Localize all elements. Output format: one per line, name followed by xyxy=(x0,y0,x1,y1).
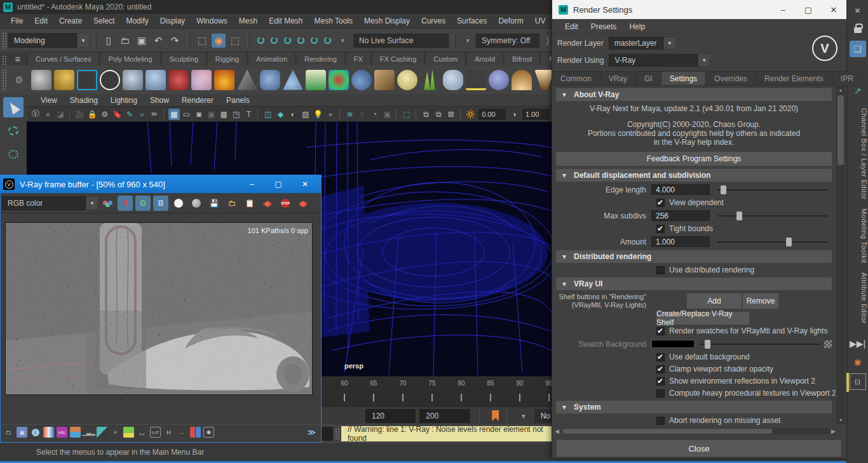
max-subdivs-field[interactable]: 256 xyxy=(651,210,710,221)
playback-end-field[interactable]: 200 xyxy=(419,409,470,423)
vp-isolate-icon[interactable]: ⬚ xyxy=(401,109,412,120)
shelf-tab-fx-caching[interactable]: FX Caching xyxy=(372,52,424,65)
fb-lut-icon[interactable]: LUT xyxy=(150,427,161,438)
edge-length-field[interactable]: 4.000 xyxy=(651,184,710,195)
vp-gamma-field[interactable]: 1.00 xyxy=(522,109,550,120)
vertical-scroll-thumb[interactable] xyxy=(837,95,844,165)
vp-checker-icon[interactable]: ▨ xyxy=(300,109,311,120)
menu-deform[interactable]: Deform xyxy=(492,14,529,28)
shelf-shaded-spheres-icon[interactable] xyxy=(191,70,212,90)
script-editor-icon[interactable]: {;} xyxy=(850,373,866,390)
tab-ipr[interactable]: IPR xyxy=(832,72,862,85)
clamp-opacity-checkbox[interactable] xyxy=(656,365,665,373)
rs-menu-edit[interactable]: Edit xyxy=(559,22,585,31)
tab-common[interactable]: Common xyxy=(552,72,600,85)
copy-clipboard-icon[interactable]: 📋 xyxy=(242,196,257,211)
shelf-tab-animation[interactable]: Animation xyxy=(248,52,295,65)
blue-channel-icon[interactable]: B xyxy=(153,196,168,211)
fb-compare-images-icon[interactable]: ▣ xyxy=(17,427,27,438)
fb-gradient-icon[interactable] xyxy=(43,427,54,438)
play-to-end-icon[interactable]: ▶▶| xyxy=(850,335,866,352)
vp-clip-icon[interactable]: ▣ xyxy=(382,109,393,120)
vp-motion-blur-icon[interactable]: ◌ xyxy=(356,109,368,120)
settings-horizontal-scrollbar[interactable] xyxy=(555,427,836,436)
vp-xray-icon[interactable]: ⧉ xyxy=(421,109,432,120)
shelf-gear-icon[interactable]: ⚙ xyxy=(10,73,29,87)
render-using-select[interactable]: V-Ray xyxy=(609,54,698,67)
redo-icon[interactable]: ↷ xyxy=(168,34,182,48)
red-channel-icon[interactable]: R xyxy=(118,196,133,211)
shelf-icons-drag-handle[interactable] xyxy=(2,69,6,91)
tab-modeling-toolkit[interactable]: Modeling Toolkit xyxy=(847,208,868,264)
feedback-program-button[interactable]: Feedback Program Settings xyxy=(556,152,832,166)
rs-menu-presets[interactable]: Presets xyxy=(585,22,623,31)
undo-icon[interactable]: ↶ xyxy=(151,34,165,48)
render-settings-close-button[interactable]: Close xyxy=(557,440,841,457)
shelf-rock-icon[interactable] xyxy=(443,70,463,90)
menu-windows[interactable]: Windows xyxy=(191,14,233,28)
vp-exposure-field[interactable]: 0.00 xyxy=(478,109,506,120)
rs-menu-help[interactable]: Help xyxy=(623,22,651,31)
open-image-icon[interactable]: 🗀 xyxy=(224,196,240,211)
vp-2d-pan-zoom-icon[interactable]: ⌕ xyxy=(137,109,148,120)
swatch-background-color[interactable] xyxy=(651,340,695,348)
vp-menu-shading[interactable]: Shading xyxy=(64,96,104,105)
menu-create[interactable]: Create xyxy=(53,14,88,28)
shelf-cube-button-icon[interactable] xyxy=(260,70,280,90)
snap-point-icon[interactable] xyxy=(284,37,291,44)
scroll-right-icon[interactable] xyxy=(831,428,836,434)
view-dependent-checkbox[interactable] xyxy=(656,199,665,207)
framebuffer-titlebar[interactable]: V V-Ray frame buffer - [50% of 960 x 540… xyxy=(1,175,321,193)
shelf-dome-light-icon[interactable] xyxy=(512,70,532,90)
green-channel-icon[interactable]: G xyxy=(135,196,151,211)
max-subdivs-slider[interactable] xyxy=(717,210,828,222)
shelf-lattice-icon[interactable] xyxy=(237,70,257,90)
vp-camera-attributes-icon[interactable]: ⚙ xyxy=(99,109,111,120)
render-image[interactable]: 101 KPaths/s 0 spp xyxy=(5,222,313,395)
use-default-bg-checkbox[interactable] xyxy=(656,353,665,361)
stop-render-icon[interactable]: STOP xyxy=(278,196,293,211)
swatch-background-slider[interactable] xyxy=(700,339,820,350)
create-replace-shelf-button[interactable]: Create/Replace V-Ray Shelf xyxy=(656,312,749,325)
menu-display[interactable]: Display xyxy=(154,14,191,28)
section-distributed[interactable]: Distributed rendering xyxy=(556,250,832,263)
shelf-baked-cage-icon[interactable] xyxy=(374,70,395,90)
scroll-up-icon[interactable] xyxy=(836,85,845,94)
menu-surfaces[interactable]: Surfaces xyxy=(451,14,492,28)
render-last-icon[interactable]: 🫖 xyxy=(260,196,275,211)
shelf-remove-button[interactable]: Remove xyxy=(743,293,778,309)
tab-settings[interactable]: Settings xyxy=(661,72,706,85)
fb-ab-compare-icon[interactable] xyxy=(190,427,201,438)
fb-heading-icon[interactable]: H xyxy=(163,427,174,438)
toolbar-separator[interactable] xyxy=(93,34,97,47)
channel-dropdown-icon[interactable] xyxy=(86,196,98,210)
character-set-dropdown-icon[interactable] xyxy=(519,410,529,422)
vp-lock-camera-icon[interactable]: 🔒 xyxy=(86,109,98,120)
shelf-curve-tool-icon[interactable] xyxy=(466,70,486,90)
vp-grid-icon[interactable]: ▦ xyxy=(168,109,180,120)
save-scene-icon[interactable]: ▣ xyxy=(135,34,149,48)
select-object-icon[interactable]: ◉ xyxy=(212,34,226,48)
paint-select-tool[interactable] xyxy=(3,144,24,164)
vp-shadows-icon[interactable]: ● xyxy=(325,109,336,120)
menu-mesh-display[interactable]: Mesh Display xyxy=(358,14,416,28)
vp-safe-title-icon[interactable]: T xyxy=(243,109,255,120)
vp-ao-icon[interactable]: ≋ xyxy=(344,109,356,120)
shelf-tab-fx[interactable]: FX xyxy=(346,52,371,65)
section-about-vray[interactable]: About V-Ray xyxy=(556,88,832,101)
vp-xray-joints-icon[interactable]: ⧉ xyxy=(433,109,444,120)
shelf-character-icon[interactable] xyxy=(146,70,166,90)
tab-gi[interactable]: GI xyxy=(636,72,661,85)
gray-background-icon[interactable] xyxy=(189,196,204,211)
tab-overrides[interactable]: Overrides xyxy=(706,72,756,85)
shelf-fire-fx-icon[interactable] xyxy=(214,70,234,90)
toolbar-separator[interactable] xyxy=(187,34,190,47)
shelf-grass-icon[interactable] xyxy=(420,70,440,90)
vp-textured-icon[interactable]: ◐ xyxy=(287,109,299,120)
vp-menu-show[interactable]: Show xyxy=(144,96,175,105)
fb-pixel-aspect-icon[interactable]: ↔ xyxy=(177,427,187,438)
snap-projected-center-icon[interactable] xyxy=(297,37,304,44)
shelf-render-setup-icon[interactable] xyxy=(77,70,97,90)
rs-minimize-button[interactable] xyxy=(770,1,796,18)
shelf-camera-icon[interactable] xyxy=(168,70,189,90)
